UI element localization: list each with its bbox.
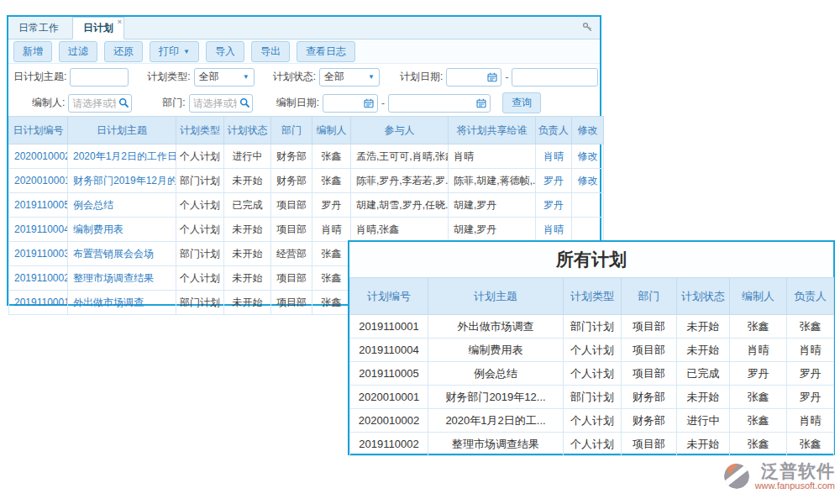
dept-cell: 项目部 — [271, 291, 312, 315]
cell: 罗丹 — [787, 386, 834, 409]
column-header[interactable]: 修改 — [572, 117, 604, 144]
edit-cell[interactable]: 修改 — [572, 169, 604, 193]
table-row[interactable]: 2019110004编制费用表个人计划未开始项目部肖晴肖晴,张鑫胡建,罗丹肖晴 — [9, 218, 604, 242]
cell: 项目部 — [622, 433, 677, 456]
id-cell[interactable]: 2019110003 — [9, 242, 68, 266]
edit-date-end-input[interactable] — [388, 94, 491, 113]
toolbar-button-label: 还原 — [113, 45, 134, 59]
cell: 例会总结 — [428, 362, 564, 386]
table-row: 2019110001外出做市场调查部门计划项目部未开始张鑫张鑫 — [350, 315, 834, 339]
all-plans-window: 所有计划 计划编号计划主题计划类型部门计划状态编制人负责人 2019110001… — [348, 240, 835, 455]
dept-cell: 项目部 — [271, 218, 312, 242]
edit-date-start-input[interactable] — [323, 94, 378, 113]
cell: 2019110005 — [350, 362, 428, 386]
subject-cell[interactable]: 例会总结 — [68, 193, 176, 218]
owner-cell[interactable]: 肖晴 — [536, 218, 572, 242]
edit-cell[interactable]: 修改 — [572, 144, 604, 169]
column-header: 计划编号 — [350, 278, 428, 315]
participants-cell: 孟浩,王可可,肖晴,张鑫 — [351, 144, 449, 169]
status-filter-label: 计划状态: — [273, 70, 316, 84]
search-icon[interactable] — [239, 97, 250, 108]
dept-cell: 项目部 — [271, 193, 312, 218]
edit-cell — [572, 218, 604, 242]
tab-daily-work[interactable]: 日常工作 — [8, 18, 69, 39]
status-cell: 未开始 — [224, 242, 271, 266]
creator-cell: 张鑫 — [312, 169, 351, 193]
type-cell: 个人计划 — [176, 144, 224, 169]
toolbar-button-label: 导入 — [215, 45, 235, 59]
cell: 未开始 — [677, 433, 730, 456]
toolbar-button-6[interactable]: 查看日志 — [297, 41, 355, 62]
subject-cell[interactable]: 布置营销展会会场 — [68, 242, 176, 266]
cell: 罗丹 — [730, 362, 787, 386]
toolbar-button-3[interactable]: 打印▼ — [150, 41, 199, 62]
creator-cell: 张鑫 — [312, 144, 351, 169]
participants-cell: 陈菲,罗丹,李若若,罗... — [351, 169, 449, 193]
column-header[interactable]: 日计划编号 — [9, 117, 68, 144]
column-header[interactable]: 参与人 — [351, 117, 449, 144]
all-plans-title: 所有计划 — [349, 242, 833, 277]
fanpu-logo-icon — [722, 461, 752, 491]
toolbar-button-5[interactable]: 导出 — [251, 41, 290, 62]
cell: 部门计划 — [564, 386, 622, 409]
plan-date-filter-label: 计划日期: — [400, 70, 443, 84]
id-cell[interactable]: 2019110002 — [9, 266, 68, 291]
cell: 编制费用表 — [428, 339, 564, 362]
toolbar-button-label: 查看日志 — [306, 45, 346, 59]
subject-cell[interactable]: 2020年1月2日的工作日... — [68, 144, 176, 169]
subject-cell[interactable]: 整理市场调查结果 — [68, 266, 176, 291]
toolbar-button-1[interactable]: 过滤 — [59, 41, 97, 62]
id-cell[interactable]: 2019110001 — [9, 291, 68, 315]
column-header[interactable]: 计划类型 — [176, 117, 224, 144]
table-row: 20200100022020年1月2日的工...个人计划财务部进行中张鑫肖晴 — [350, 409, 834, 433]
type-filter-value: 全部 — [199, 70, 219, 84]
toolbar-button-0[interactable]: 新增 — [13, 41, 52, 62]
id-cell[interactable]: 2020010002 — [9, 144, 68, 169]
subject-filter-input[interactable] — [70, 68, 129, 87]
id-cell[interactable]: 2020010001 — [9, 169, 68, 193]
vendor-logo: 泛普软件 www.fanpusoft.com — [722, 461, 835, 491]
search-icon[interactable] — [118, 97, 129, 108]
table-row[interactable]: 20200100022020年1月2日的工作日...个人计划进行中财务部张鑫孟浩… — [9, 144, 604, 169]
chevron-down-icon: ▼ — [368, 73, 375, 81]
owner-cell[interactable]: 罗丹 — [536, 193, 572, 218]
id-cell[interactable]: 2019110004 — [9, 218, 68, 242]
type-cell: 个人计划 — [176, 193, 224, 218]
toolbar-button-4[interactable]: 导入 — [206, 41, 244, 62]
owner-cell[interactable]: 罗丹 — [536, 169, 572, 193]
creator-cell: 张鑫 — [312, 242, 351, 266]
column-header[interactable]: 计划状态 — [224, 117, 271, 144]
toolbar-button-2[interactable]: 还原 — [104, 41, 143, 62]
subject-cell[interactable]: 财务部门2019年12月的... — [68, 169, 176, 193]
tab-label: 日计划 — [83, 22, 113, 34]
close-icon[interactable]: × — [118, 18, 122, 26]
cell: 未开始 — [677, 315, 730, 339]
tab-daily-plan[interactable]: 日计划 × — [72, 17, 124, 39]
column-header[interactable]: 部门 — [271, 117, 312, 144]
cell: 未开始 — [677, 386, 730, 409]
creator-cell: 张鑫 — [312, 291, 351, 315]
cell: 张鑫 — [787, 433, 834, 456]
status-cell: 进行中 — [224, 144, 271, 169]
type-filter-select[interactable]: 全部 ▼ — [194, 68, 255, 87]
cell: 2019110004 — [350, 339, 428, 362]
owner-cell[interactable]: 肖晴 — [536, 144, 572, 169]
column-header[interactable]: 编制人 — [312, 117, 351, 144]
chevron-down-icon: ▼ — [243, 73, 249, 81]
column-header[interactable]: 负责人 — [536, 117, 572, 144]
plan-date-end-input[interactable] — [512, 68, 598, 87]
table-row[interactable]: 2020010001财务部门2019年12月的...部门计划未开始财务部张鑫陈菲… — [9, 169, 604, 193]
plan-date-start-input[interactable] — [446, 68, 501, 87]
status-cell: 未开始 — [224, 291, 271, 315]
query-button[interactable]: 查询 — [502, 92, 541, 113]
id-cell[interactable]: 2019110005 — [9, 193, 68, 218]
column-header[interactable]: 日计划主题 — [68, 117, 176, 144]
participants-cell: 胡建,胡雪,罗丹,任晓... — [351, 193, 449, 218]
subject-cell[interactable]: 编制费用表 — [68, 218, 176, 242]
subject-cell[interactable]: 外出做市场调查 — [68, 291, 176, 315]
key-icon[interactable] — [582, 22, 593, 35]
status-filter-select[interactable]: 全部 ▼ — [319, 68, 380, 87]
cell: 罗丹 — [787, 362, 834, 386]
column-header[interactable]: 将计划共享给谁 — [449, 117, 536, 144]
table-row[interactable]: 2019110005例会总结个人计划已完成项目部罗丹胡建,胡雪,罗丹,任晓...… — [9, 193, 604, 218]
